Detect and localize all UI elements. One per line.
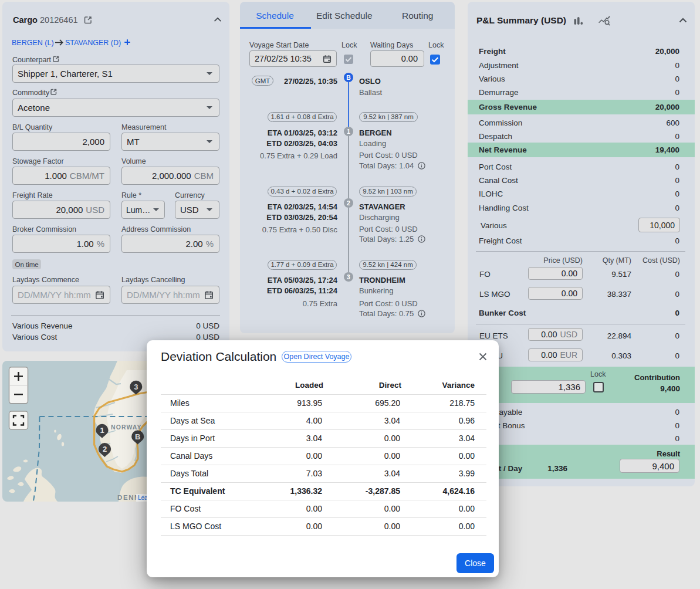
svg-text:B: B [135, 432, 140, 441]
svg-text:NORWAY: NORWAY [111, 424, 142, 431]
svg-text:2: 2 [103, 445, 107, 453]
svg-text:1: 1 [100, 426, 104, 435]
svg-text:3: 3 [134, 382, 138, 391]
